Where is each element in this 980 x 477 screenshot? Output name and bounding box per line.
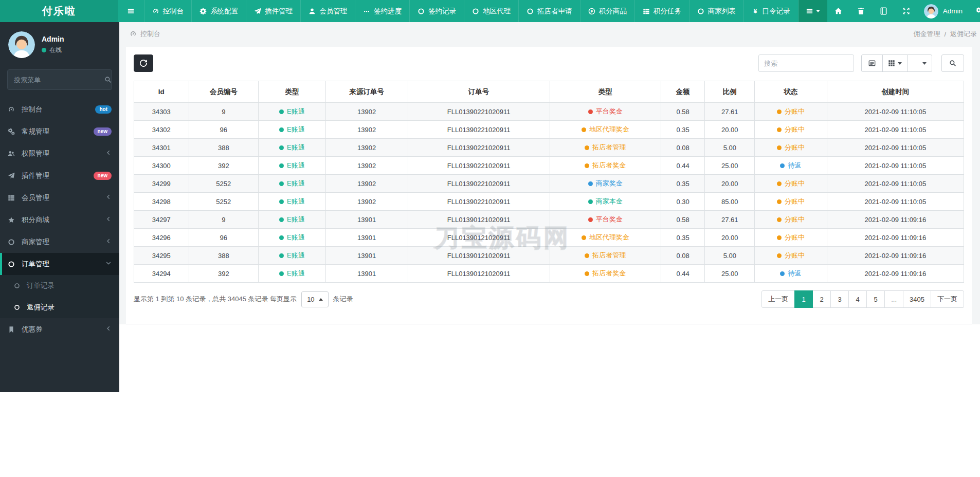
- settings-gears-icon[interactable]: [969, 0, 980, 22]
- cell-etype-label: E账通: [287, 197, 305, 205]
- nav-item-label: 积分商品: [599, 7, 627, 16]
- cell-award-type: 拓店者奖金: [550, 265, 661, 283]
- circle-icon: [418, 8, 425, 15]
- circle-icon: [472, 8, 479, 15]
- sidebar-item-积分商城[interactable]: 积分商城: [0, 209, 119, 231]
- chevron-left-icon: [105, 238, 112, 246]
- sidebar-search-input[interactable]: [14, 76, 104, 84]
- pagination-prev[interactable]: 上一页: [761, 290, 795, 308]
- cell-etype-label: E账通: [287, 233, 305, 241]
- cell-created: 2021-02-09 11:09:16: [827, 229, 964, 247]
- book-button[interactable]: [873, 0, 895, 22]
- nav-item-10[interactable]: 积分任务: [635, 0, 689, 22]
- refresh-button[interactable]: [134, 54, 153, 72]
- export-button[interactable]: [907, 54, 932, 72]
- user-name: Admin: [943, 7, 963, 15]
- page-size-value: 10: [307, 296, 314, 303]
- pagination-page-3[interactable]: 3: [830, 290, 849, 308]
- nav-item-1[interactable]: 控制台: [144, 0, 192, 22]
- svg-text:P: P: [590, 9, 593, 13]
- breadcrumb-home[interactable]: 控制台: [130, 29, 160, 39]
- nav-item-4[interactable]: 会员管理: [301, 0, 355, 22]
- trash-button[interactable]: [850, 0, 873, 22]
- sidebar-item-返佣记录[interactable]: 返佣记录: [0, 297, 119, 318]
- pagination-page-4[interactable]: 4: [848, 290, 867, 308]
- breadcrumb: 控制台 佣金管理 / 返佣记录: [119, 22, 980, 46]
- nav-item-2[interactable]: 系统配置: [192, 0, 246, 22]
- cell-member: 392: [189, 157, 259, 175]
- circle-icon: [14, 304, 20, 310]
- nav-item-label: 会员管理: [319, 7, 347, 16]
- cell-member: 5252: [189, 193, 259, 211]
- cell-member: 9: [189, 211, 259, 229]
- sidebar-toggle-button[interactable]: [118, 0, 144, 22]
- nav-item-12[interactable]: ¥口令记录: [744, 0, 798, 22]
- cell-status-label: 分账中: [785, 143, 805, 151]
- sidebar-item-会员管理[interactable]: 会员管理: [0, 187, 119, 209]
- status-dot: [777, 217, 782, 222]
- columns-button[interactable]: [882, 54, 908, 72]
- cell-id: 34297: [134, 211, 189, 229]
- page-size-select[interactable]: 10: [301, 291, 328, 307]
- cell-amount: 0.35: [661, 229, 705, 247]
- status-dot: [777, 127, 782, 132]
- brand[interactable]: 付乐啦: [0, 0, 118, 22]
- table-row: 342979E账通13901FLL01390121020911平台奖金0.582…: [134, 211, 964, 229]
- table-search-input[interactable]: [758, 54, 854, 72]
- pagination-page-3405[interactable]: 3405: [903, 290, 931, 308]
- sidebar-item-控制台[interactable]: 控制台hot: [0, 98, 119, 120]
- cell-etype-label: E账通: [287, 179, 305, 187]
- cell-id: 34299: [134, 175, 189, 193]
- nav-item-5[interactable]: 签约进度: [355, 0, 410, 22]
- nav-item-7[interactable]: 地区代理: [464, 0, 519, 22]
- pagination-page-5[interactable]: 5: [866, 290, 885, 308]
- detail-view-button[interactable]: [861, 54, 883, 72]
- chevD-icon: [105, 260, 112, 266]
- detail-view-icon: [868, 60, 876, 67]
- sidebar-item-商家管理[interactable]: 商家管理: [0, 231, 119, 253]
- status-dot: [588, 217, 593, 222]
- expand-button[interactable]: [895, 0, 918, 22]
- cell-etype-label: E账通: [287, 251, 305, 259]
- cell-etype-label: E账通: [287, 107, 305, 115]
- nav-item-3[interactable]: 插件管理: [246, 0, 301, 22]
- trash-icon: [857, 7, 865, 15]
- sidebar-item-订单管理[interactable]: 订单管理: [0, 253, 119, 275]
- user-menu[interactable]: Admin: [918, 4, 969, 19]
- sidebar-user-name: Admin: [42, 35, 64, 43]
- nav-item-9[interactable]: P积分商品: [580, 0, 635, 22]
- sidebar-item-常规管理[interactable]: 常规管理new: [0, 120, 119, 142]
- cell-source: 13902: [325, 103, 408, 121]
- sidebar-item-优惠券[interactable]: 优惠券: [0, 318, 119, 340]
- chevron-left-icon: [105, 216, 112, 224]
- cell-source: 13901: [325, 265, 408, 283]
- pagination-page-2[interactable]: 2: [812, 290, 831, 308]
- status-dot: [588, 109, 593, 114]
- sidebar-item-权限管理[interactable]: 权限管理: [0, 142, 119, 164]
- cell-amount: 0.08: [661, 247, 705, 265]
- nav-item-11[interactable]: 商家列表: [689, 0, 744, 22]
- search-button[interactable]: [941, 54, 964, 72]
- cell-order_no: FLL01390221020911: [408, 121, 550, 139]
- page: { "navbar": { "brand": "付乐啦", "items": […: [0, 0, 980, 477]
- sidebar-item-订单记录[interactable]: 订单记录: [0, 275, 119, 297]
- circle-icon: [8, 238, 15, 246]
- pagination-page-1[interactable]: 1: [794, 290, 813, 308]
- status-dot: [777, 181, 782, 186]
- nav-list-dropdown-button[interactable]: [798, 0, 827, 22]
- sidebar-item-label: 商家管理: [22, 237, 49, 247]
- cell-created: 2021-02-09 11:10:05: [827, 103, 964, 121]
- nav-item-8[interactable]: 拓店者申请: [519, 0, 580, 22]
- sidebar-item-插件管理[interactable]: 插件管理new: [0, 164, 119, 187]
- caret-down-icon: [816, 10, 820, 12]
- gauge-icon: [8, 106, 15, 113]
- home-button[interactable]: [827, 0, 850, 22]
- nav-item-6[interactable]: 签约记录: [410, 0, 464, 22]
- cell-created: 2021-02-09 11:09:16: [827, 265, 964, 283]
- search-icon: [104, 76, 112, 83]
- pagination-next[interactable]: 下一页: [931, 290, 964, 308]
- cell-created: 2021-02-09 11:10:05: [827, 139, 964, 157]
- cell-created: 2021-02-09 11:09:16: [827, 211, 964, 229]
- online-dot: [42, 48, 46, 52]
- breadcrumb-separator: /: [944, 30, 946, 38]
